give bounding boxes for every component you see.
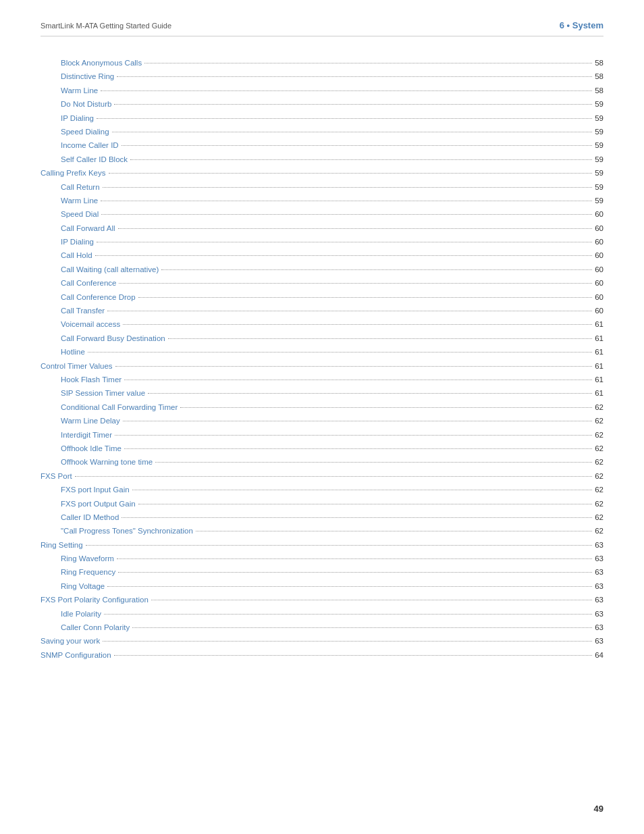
toc-dots	[124, 380, 592, 380]
toc-label: "Call Progress Tones" Synchronization	[61, 525, 193, 537]
toc-dots	[161, 269, 592, 270]
toc-dots	[138, 297, 593, 298]
toc-entry: Calling Prefix Keys59	[41, 167, 603, 179]
toc-page: 59	[595, 194, 603, 207]
toc-entry: Distinctive Ring58	[41, 70, 603, 82]
toc-entry: Call Return59	[41, 181, 603, 193]
toc-entry: FXS port Input Gain62	[41, 484, 603, 496]
toc-label: FXS port Input Gain	[61, 484, 130, 496]
toc-label: Income Caller ID	[61, 139, 119, 151]
toc-page: 63	[595, 608, 603, 620]
toc-page: 61	[595, 332, 603, 344]
toc-page: 59	[595, 98, 603, 110]
toc-entry: SNMP Configuration64	[41, 649, 603, 661]
toc-page: 62	[595, 525, 603, 537]
toc-entry: Hotline61	[41, 346, 603, 358]
toc-label: Call Forward Busy Destination	[61, 332, 165, 344]
toc-label: IP Dialing	[61, 112, 94, 124]
toc-label: Call Transfer	[61, 305, 105, 317]
toc-entry: Caller Conn Polarity63	[41, 621, 603, 633]
toc-label: Interdigit Timer	[61, 429, 112, 441]
toc-label: Call Return	[61, 181, 100, 193]
toc-page: 63	[595, 621, 603, 633]
toc-page: 60	[595, 263, 603, 276]
toc-entry: IP Dialing60	[41, 236, 603, 248]
toc-page: 60	[595, 291, 603, 303]
toc-dots	[109, 173, 593, 174]
toc-page: 62	[595, 401, 603, 413]
toc-label: Conditional Call Forwarding Timer	[61, 401, 178, 413]
toc-dots	[148, 393, 592, 394]
toc-page: 63	[595, 539, 603, 551]
toc-label: Offhook Idle Time	[61, 442, 122, 454]
toc-entry: Warm Line59	[41, 194, 603, 207]
toc-page: 61	[595, 373, 603, 386]
toc-label: Call Conference Drop	[61, 291, 136, 303]
toc-dots	[155, 462, 592, 463]
toc-page: 59	[595, 153, 603, 165]
toc-page: 63	[595, 580, 603, 592]
toc-label: Ring Voltage	[61, 580, 105, 592]
toc-dots	[123, 324, 592, 325]
toc-label: FXS Port	[41, 470, 72, 482]
toc-entry: FXS Port62	[41, 470, 603, 482]
toc-entry: Ring Frequency63	[41, 566, 603, 578]
toc-label: Speed Dial	[61, 208, 99, 220]
toc-dots	[132, 490, 593, 490]
page: SmartLink M-ATA Getting Started Guide 6 …	[0, 0, 644, 834]
toc-dots	[88, 352, 592, 353]
toc-entry: Control Timer Values61	[41, 360, 603, 372]
toc-label: Call Hold	[61, 249, 92, 261]
toc-label: Call Conference	[61, 277, 116, 289]
toc-label: Ring Frequency	[61, 566, 115, 578]
toc-entry: Voicemail access61	[41, 318, 603, 330]
toc-page: 58	[595, 84, 603, 97]
toc-entry: Ring Waveform63	[41, 552, 603, 565]
toc-dots	[122, 517, 592, 518]
toc-entry: Self Caller ID Block59	[41, 153, 603, 165]
toc-entry: Offhook Idle Time62	[41, 442, 603, 454]
toc-entry: Offhook Warning tone time62	[41, 456, 603, 468]
toc-label: Warm Line	[61, 84, 98, 97]
toc-dots	[130, 159, 592, 160]
toc-page: 58	[595, 70, 603, 82]
toc-label: Call Waiting (call alternative)	[61, 263, 159, 276]
toc-page: 60	[595, 236, 603, 248]
toc-entry: Idle Polarity63	[41, 608, 603, 620]
toc-label: SIP Session Timer value	[61, 387, 145, 399]
toc-entry: Call Conference Drop60	[41, 291, 603, 303]
toc-label: Warm Line Delay	[61, 415, 120, 427]
toc-entry: Warm Line Delay62	[41, 415, 603, 427]
toc-entry: Call Waiting (call alternative)60	[41, 263, 603, 276]
toc-entry: FXS Port Polarity Configuration63	[41, 594, 603, 606]
toc-dots	[132, 627, 592, 628]
toc-dots	[151, 600, 592, 600]
toc-label: Saving your work	[41, 635, 100, 647]
toc-page: 62	[595, 498, 603, 510]
toc-label: SNMP Configuration	[41, 649, 111, 661]
toc-entry: Call Transfer60	[41, 305, 603, 317]
toc-dots	[117, 76, 592, 77]
toc-entry: Do Not Disturb59	[41, 98, 603, 110]
toc-dots	[101, 214, 592, 215]
toc-page: 61	[595, 318, 603, 330]
toc-label: Ring Setting	[41, 539, 83, 551]
toc-page: 59	[595, 126, 603, 138]
page-number: 49	[594, 804, 603, 814]
toc-entry: Interdigit Timer62	[41, 429, 603, 441]
toc-page: 63	[595, 635, 603, 647]
toc-entry: Speed Dialing59	[41, 126, 603, 138]
toc-dots	[95, 255, 593, 256]
toc-dots	[97, 118, 592, 119]
toc-dots	[168, 338, 593, 339]
toc-entry: Income Caller ID59	[41, 139, 603, 151]
toc-dots	[114, 655, 593, 656]
toc-label: Distinctive Ring	[61, 70, 114, 82]
toc-page: 61	[595, 360, 603, 372]
toc-entry: Conditional Call Forwarding Timer62	[41, 401, 603, 413]
header-section: 6 • System	[560, 20, 603, 30]
toc-entry: Hook Flash Timer61	[41, 373, 603, 386]
toc-label: Call Forward All	[61, 222, 115, 234]
toc-entry: Saving your work63	[41, 635, 603, 647]
toc-label: Caller Conn Polarity	[61, 621, 130, 633]
